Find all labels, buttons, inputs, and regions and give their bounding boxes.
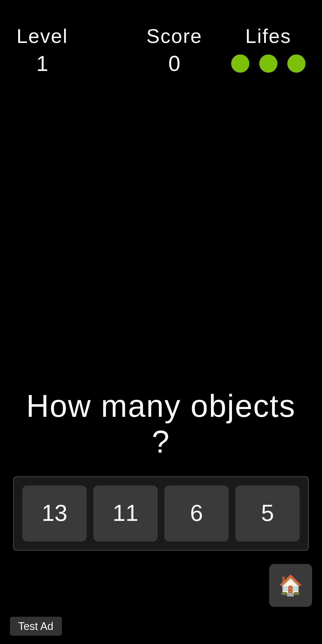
answer-button-2[interactable]: 11 <box>93 485 158 541</box>
home-button[interactable]: 🏠 <box>269 564 312 607</box>
home-icon: 🏠 <box>278 574 303 597</box>
score-value: 0 <box>168 51 180 77</box>
answers-container: 13 11 6 5 <box>13 476 309 551</box>
level-label: Level <box>16 25 68 48</box>
score-label: Score <box>146 25 202 48</box>
score-section: Score 0 <box>117 25 231 77</box>
game-area: How many objects ? <box>0 77 322 476</box>
answer-button-1[interactable]: 13 <box>22 485 87 541</box>
game-header: Level 1 Score 0 Lifes <box>0 0 322 77</box>
lifes-section: Lifes <box>231 25 305 73</box>
ad-label: Test Ad <box>10 617 61 636</box>
game-screen: Level 1 Score 0 Lifes How many objects ?… <box>0 0 322 644</box>
life-dot-3 <box>287 55 306 73</box>
lifes-dots <box>231 55 305 73</box>
life-dot-1 <box>231 55 249 73</box>
question-text: How many objects ? <box>0 389 322 460</box>
bottom-bar: 🏠 <box>0 551 322 613</box>
level-value: 1 <box>36 51 48 77</box>
answer-button-3[interactable]: 6 <box>164 485 229 541</box>
ad-bar: Test Ad <box>0 614 322 644</box>
level-section: Level 1 <box>16 25 68 77</box>
life-dot-2 <box>259 55 278 73</box>
lifes-label: Lifes <box>245 25 291 48</box>
answer-button-4[interactable]: 5 <box>235 485 300 541</box>
